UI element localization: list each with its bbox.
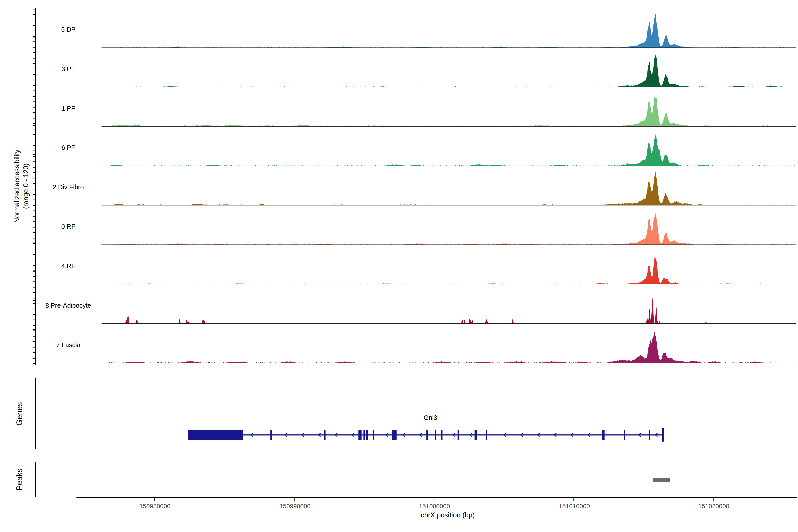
gene-exon — [366, 430, 368, 440]
y-axis-label-line2: (range 0 - 120) — [21, 150, 31, 223]
gene-exon — [392, 430, 397, 440]
track-label-7-fascia: 7 Fascia — [56, 341, 80, 349]
x-tick-label-150990000: 150990000 — [280, 503, 310, 510]
track-label-4-rf: 4 RF — [61, 263, 75, 270]
gene-exon — [649, 430, 650, 440]
signal-area-2-div-fibro — [101, 172, 796, 205]
gene-tss-bar — [662, 428, 664, 441]
track-label-3-pf: 3 PF — [61, 65, 75, 73]
signal-area-4-rf — [101, 257, 796, 284]
track-label-2-div-fibro: 2 Div Fibro — [53, 184, 84, 191]
track-label-8-pre-adipocyte: 8 Pre-Adipocyte — [45, 302, 91, 309]
track-label-1-pf: 1 PF — [61, 105, 75, 112]
gene-exon — [441, 430, 442, 440]
signal-area-8-pre-adipocyte — [101, 297, 796, 323]
gene-exon — [363, 430, 365, 440]
gene-exon — [270, 430, 272, 440]
gene-exon — [324, 430, 326, 440]
signal-area-1-pf — [101, 96, 796, 127]
x-axis-title: chrX position (bp) — [421, 511, 475, 519]
coverage-plot-figure: Normalized accessibility (range 0 - 120)… — [0, 0, 798, 532]
gene-exon — [373, 430, 374, 440]
peak-region-box — [652, 478, 670, 482]
genes-section-label: Genes — [15, 402, 24, 425]
peaks-section-label: Peaks — [15, 468, 24, 491]
track-label-6-pf: 6 PF — [61, 144, 75, 151]
x-tick-label-151020000: 151020000 — [698, 503, 729, 510]
track-label-5-dp: 5 DP — [61, 26, 75, 33]
gene-exon — [457, 430, 459, 440]
signal-area-3-pf — [101, 54, 796, 87]
gene-exon — [602, 430, 605, 440]
x-tick-label-151010000: 151010000 — [559, 503, 590, 510]
gene-utr-box — [188, 430, 243, 440]
coverage-plot-canvas — [0, 0, 798, 532]
x-tick-label-150980000: 150980000 — [139, 503, 170, 510]
track-label-0-rf: 0 RF — [61, 223, 75, 230]
gene-name-label: Gnl3l — [424, 414, 439, 421]
gene-exon — [435, 430, 436, 440]
gene-exon — [486, 430, 487, 440]
signal-area-0-rf — [101, 212, 796, 245]
gene-exon — [358, 430, 362, 440]
gene-exon — [624, 430, 625, 440]
gene-exon — [475, 430, 477, 440]
y-axis-label: Normalized accessibility (range 0 - 120) — [13, 150, 31, 223]
signal-area-7-fascia — [101, 332, 796, 363]
y-axis-label-line1: Normalized accessibility — [13, 150, 21, 223]
gene-exon — [426, 430, 428, 440]
x-tick-label-151000000: 151000000 — [419, 503, 450, 510]
signal-area-6-pf — [101, 134, 796, 166]
signal-area-5-dp — [101, 14, 796, 48]
